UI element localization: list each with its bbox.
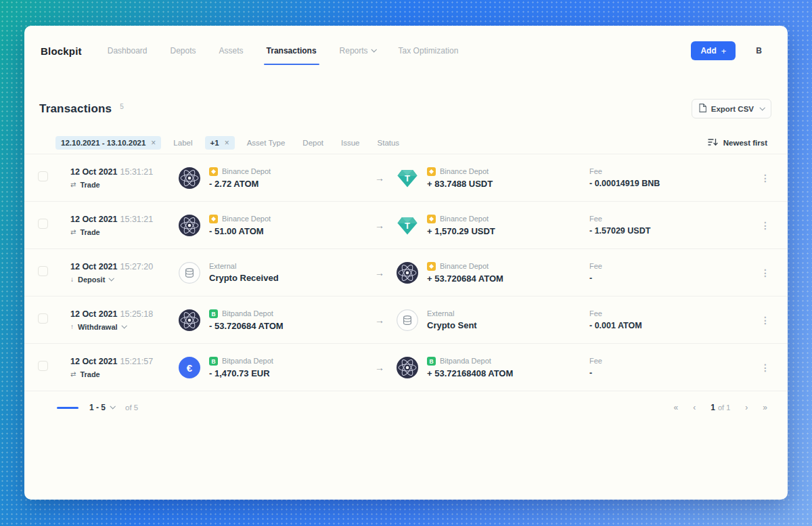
trade-icon: ⇄ (70, 370, 76, 378)
fee-label: Fee (589, 167, 747, 175)
filter-chip-issue[interactable]: Issue (336, 136, 365, 150)
nav-item-transactions[interactable]: Transactions (267, 37, 317, 65)
sort-icon (708, 138, 718, 148)
fee-value: - (589, 273, 747, 283)
fee-label: Fee (589, 309, 747, 317)
nav-item-reports[interactable]: Reports (340, 37, 376, 65)
sort-control[interactable]: Newest first (708, 138, 767, 148)
transaction-row: 12 Oct 202115:25:18↑WithdrawalBBitpanda … (24, 297, 788, 344)
tx-type[interactable]: ↓Deposit (70, 276, 179, 284)
tx-type[interactable]: ↑Withdrawal (70, 323, 179, 331)
progress-dash (57, 407, 78, 409)
deposit-icon: ↓ (70, 276, 74, 283)
avatar[interactable]: B (756, 46, 762, 56)
tx-amount: - 2.72 ATOM (209, 179, 271, 189)
transactions-count-badge: 5 (120, 103, 124, 110)
page-indicator: 1of 1 (710, 403, 730, 412)
nav-item-label: Transactions (267, 46, 317, 56)
filter-chip-label[interactable]: Label (168, 136, 198, 150)
filter-chip-depot[interactable]: Depot (297, 136, 329, 150)
rows-range-label: 1 - 5 (89, 403, 106, 412)
row-checkbox[interactable] (38, 171, 48, 181)
tx-source: €BBitpanda Depot- 1,470.73 EUR (179, 357, 375, 378)
tx-amount: + 53.72168408 ATOM (427, 368, 513, 378)
first-page-button[interactable]: « (674, 403, 679, 412)
table-footer: 1 - 5 of 5 « ‹ 1of 1 › » (24, 397, 788, 418)
title-row: Transactions 5 Export CSV (24, 99, 788, 118)
depot-name: External (209, 262, 236, 270)
next-page-button[interactable]: › (745, 403, 748, 412)
filter-chip-12-10-2021-13-10-2021[interactable]: 12.10.2021 - 13.10.2021× (55, 136, 161, 150)
pagination: « ‹ 1of 1 › » (674, 403, 767, 412)
nav-item-depots[interactable]: Depots (171, 37, 196, 65)
filter-chip--1[interactable]: +1× (205, 136, 235, 150)
tx-type-label: Deposit (78, 276, 105, 284)
tx-type: ⇄Trade (70, 181, 179, 189)
tx-source: BBitpanda Depot- 53.720684 ATOM (179, 309, 375, 331)
nav-item-label: Assets (219, 46, 244, 56)
nav-item-label: Tax Optimization (399, 46, 459, 56)
kebab-menu-icon[interactable]: ⋮ (757, 266, 774, 280)
nav-item-dashboard[interactable]: Dashboard (108, 37, 148, 65)
arrow-right-icon: → (375, 173, 397, 183)
nav-item-label: Dashboard (108, 46, 148, 56)
export-csv-button[interactable]: Export CSV (692, 99, 771, 118)
nav-links: DashboardDepotsAssetsTransactionsReports… (108, 37, 459, 65)
binance-depot-icon (427, 167, 436, 176)
transaction-row: 12 Oct 202115:27:20↓DepositExternalCrypt… (24, 249, 788, 297)
filter-chip-label: Asset Type (247, 139, 286, 147)
tx-type: ⇄Trade (70, 228, 179, 236)
filter-chip-label: 12.10.2021 - 13.10.2021 (61, 139, 145, 147)
usdt-coin-icon: T (397, 167, 418, 189)
add-button[interactable]: Add + (691, 41, 736, 60)
binance-depot-icon (427, 215, 436, 223)
bitpanda-depot-icon: B (209, 357, 218, 366)
tx-date: 12 Oct 2021 (70, 309, 118, 319)
filter-chip-label: Issue (341, 139, 360, 147)
bitpanda-depot-icon: B (209, 309, 218, 318)
external-coin-icon (179, 262, 200, 284)
row-checkbox[interactable] (38, 313, 48, 324)
filter-chip-status[interactable]: Status (372, 136, 405, 150)
transaction-row: 12 Oct 202115:21:57⇄Trade€BBitpanda Depo… (24, 344, 788, 391)
row-checkbox[interactable] (38, 219, 48, 229)
row-checkbox[interactable] (38, 266, 48, 276)
filter-chip-label: +1 (210, 139, 219, 147)
tx-source: Binance Depot- 51.00 ATOM (179, 215, 375, 236)
kebab-menu-icon[interactable]: ⋮ (757, 219, 774, 232)
fee-label: Fee (589, 357, 747, 365)
close-icon[interactable]: × (151, 139, 156, 147)
depot-name: Binance Depot (440, 262, 489, 270)
prev-page-button[interactable]: ‹ (693, 403, 696, 412)
kebab-menu-icon[interactable]: ⋮ (757, 171, 774, 185)
nav-item-tax-optimization[interactable]: Tax Optimization (399, 37, 459, 65)
binance-depot-icon (209, 215, 218, 223)
trade-icon: ⇄ (70, 228, 76, 236)
nav-item-assets[interactable]: Assets (219, 37, 244, 65)
kebab-menu-icon[interactable]: ⋮ (757, 361, 774, 374)
depot-label: BBitpanda Depot (209, 309, 284, 318)
rows-total-label: of 5 (125, 403, 138, 412)
sort-label: Newest first (723, 139, 767, 147)
rows-per-page-select[interactable]: 1 - 5 (89, 403, 114, 412)
filter-chip-label: Depot (302, 139, 323, 147)
last-page-button[interactable]: » (763, 403, 767, 412)
tx-destination: BBitpanda Depot+ 53.72168408 ATOM (397, 357, 588, 378)
filter-chip-label: Label (173, 139, 192, 147)
tx-amount: - 51.00 ATOM (209, 226, 271, 236)
filter-chip-asset-type[interactable]: Asset Type (242, 136, 291, 150)
plus-icon: + (721, 47, 727, 56)
depot-name: Binance Depot (440, 215, 489, 223)
kebab-menu-icon[interactable]: ⋮ (757, 313, 774, 327)
filter-bar: 12.10.2021 - 13.10.2021×Label+1×Asset Ty… (24, 136, 788, 150)
tx-date: 12 Oct 2021 (70, 167, 118, 177)
svg-text:B: B (429, 358, 433, 365)
row-checkbox[interactable] (38, 361, 48, 371)
close-icon[interactable]: × (225, 139, 229, 147)
tx-type: ⇄Trade (70, 370, 179, 378)
header-actions: Add + B (691, 41, 771, 60)
tx-destination: TBinance Depot+ 83.7488 USDT (397, 167, 588, 189)
depot-name: Binance Depot (222, 167, 271, 175)
fee-label: Fee (589, 215, 747, 223)
tx-date: 12 Oct 2021 (70, 262, 118, 271)
